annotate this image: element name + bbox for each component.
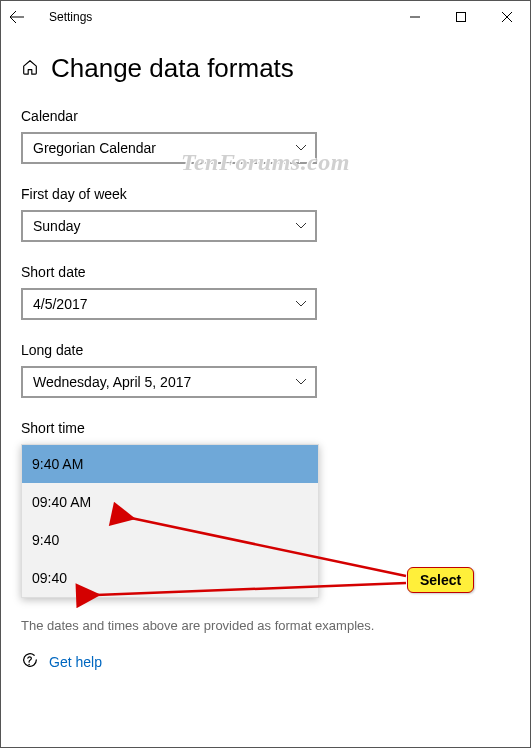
minimize-button[interactable] [392, 1, 438, 33]
listbox-short-time[interactable]: 9:40 AM09:40 AM9:4009:40 [21, 444, 319, 598]
svg-rect-0 [457, 13, 466, 22]
field-calendar: Calendar Gregorian Calendar [21, 108, 510, 164]
combo-first-day[interactable]: Sunday [21, 210, 317, 242]
chevron-down-icon [295, 298, 307, 310]
combo-long-date-value: Wednesday, April 5, 2017 [33, 374, 191, 390]
maximize-button[interactable] [438, 1, 484, 33]
help-row: Get help [21, 651, 510, 672]
chevron-down-icon [295, 220, 307, 232]
page-header: Change data formats [21, 53, 510, 84]
short-time-option[interactable]: 9:40 AM [22, 445, 318, 483]
svg-point-1 [28, 664, 30, 666]
combo-calendar-value: Gregorian Calendar [33, 140, 156, 156]
short-time-option[interactable]: 09:40 [22, 559, 318, 597]
field-short-date: Short date 4/5/2017 [21, 264, 510, 320]
label-short-time: Short time [21, 420, 510, 436]
titlebar: Settings [1, 1, 530, 33]
format-hint: The dates and times above are provided a… [21, 618, 510, 633]
chevron-down-icon [295, 376, 307, 388]
label-short-date: Short date [21, 264, 510, 280]
short-time-option[interactable]: 9:40 [22, 521, 318, 559]
combo-short-date[interactable]: 4/5/2017 [21, 288, 317, 320]
combo-calendar[interactable]: Gregorian Calendar [21, 132, 317, 164]
label-first-day: First day of week [21, 186, 510, 202]
maximize-icon [456, 12, 466, 22]
get-help-link[interactable]: Get help [49, 654, 102, 670]
help-icon [21, 651, 39, 672]
window-controls [392, 1, 530, 33]
combo-short-date-value: 4/5/2017 [33, 296, 88, 312]
label-long-date: Long date [21, 342, 510, 358]
combo-first-day-value: Sunday [33, 218, 80, 234]
close-icon [502, 12, 512, 22]
page-title: Change data formats [51, 53, 294, 84]
minimize-icon [410, 12, 420, 22]
field-first-day: First day of week Sunday [21, 186, 510, 242]
app-title: Settings [49, 10, 92, 24]
settings-window: Settings Change data formats Calendar G [0, 0, 531, 748]
combo-long-date[interactable]: Wednesday, April 5, 2017 [21, 366, 317, 398]
label-calendar: Calendar [21, 108, 510, 124]
chevron-down-icon [295, 142, 307, 154]
home-icon[interactable] [21, 58, 39, 80]
annotation-callout: Select [407, 567, 474, 593]
field-long-date: Long date Wednesday, April 5, 2017 [21, 342, 510, 398]
arrow-left-icon [9, 9, 25, 25]
back-button[interactable] [1, 1, 33, 33]
close-button[interactable] [484, 1, 530, 33]
short-time-option[interactable]: 09:40 AM [22, 483, 318, 521]
